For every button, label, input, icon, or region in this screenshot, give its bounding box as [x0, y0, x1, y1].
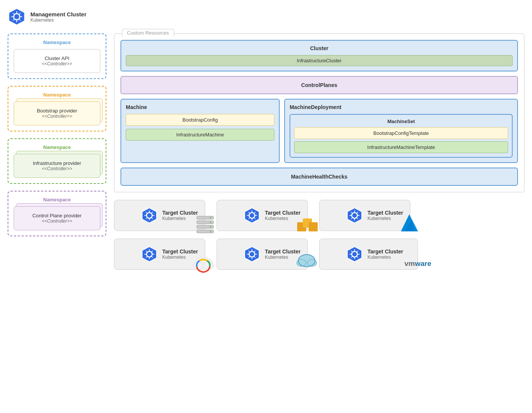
k8s-logo-aws: [244, 207, 260, 224]
cluster-box: Cluster InfrastructureCluster: [120, 40, 518, 71]
target-cluster-ibm: Target Cluster Kubernetes: [217, 239, 308, 270]
svg-point-31: [210, 231, 211, 232]
bootstrap-config-bar: BootstrapConfig: [126, 114, 274, 126]
gcp-provider-icon: [190, 252, 217, 277]
controlplanes-box: ControlPlanes: [120, 76, 518, 94]
infra-cluster-bar: InfrastructureCluster: [126, 55, 513, 66]
infra-machine-bar: InfrastructureMachine: [126, 129, 274, 141]
tc-subtitle-vsphere: Kubernetes: [162, 216, 198, 221]
k8s-logo-gcp: [141, 246, 158, 263]
k8s-logo-azure: [346, 207, 363, 224]
tc-content-vmware: Target Cluster Kubernetes: [346, 246, 403, 263]
controlplanes-title: ControlPlanes: [127, 82, 512, 88]
target-cluster-aws: Target Cluster Kubernetes: [217, 200, 308, 231]
controller-card-infra: Infrastructure provider <<Controller>>: [14, 154, 100, 178]
svg-point-28: [210, 217, 211, 218]
header: Management Cluster Kubernetes: [8, 8, 524, 26]
custom-resources-tab[interactable]: Custom Resources: [122, 29, 174, 36]
controller-card-bootstrap: Bootstrap provider <<Controller>>: [14, 101, 100, 125]
namespace-cluster-api: Namespace Cluster API <<Controller>>: [8, 33, 106, 79]
tc-subtitle-vmware: Kubernetes: [367, 255, 403, 260]
controller-stereotype-infra: <<Controller>>: [19, 166, 95, 171]
tc-content-vsphere: Target Cluster Kubernetes: [141, 207, 198, 224]
bootstrap-config-template-bar: BootstrapConfigTemplate: [294, 127, 508, 139]
stacked-bootstrap: Bootstrap provider <<Controller>>: [14, 101, 100, 125]
svg-point-3: [14, 14, 19, 19]
main-layout: Namespace Cluster API <<Controller>> Nam…: [8, 33, 524, 270]
svg-point-74: [193, 262, 204, 269]
machinedeployment-title: MachineDeployment: [290, 104, 513, 110]
controller-name-control-plane: Control Plane provider: [19, 213, 95, 218]
controller-name-cluster-api: Cluster API: [19, 55, 95, 61]
svg-point-95: [352, 252, 357, 256]
machinehealthchecks-title: MachineHealthChecks: [127, 174, 512, 180]
svg-rect-46: [309, 222, 318, 231]
namespace-control-plane: Namespace Control Plane provider <<Contr…: [8, 191, 106, 236]
machinehealthchecks-box: MachineHealthChecks: [120, 168, 518, 186]
tc-content-gcp: Target Cluster Kubernetes: [141, 246, 198, 263]
tc-title-vmware: Target Cluster: [367, 248, 403, 255]
svg-point-75: [203, 262, 214, 269]
controller-card-control-plane: Control Plane provider <<Controller>>: [14, 206, 100, 230]
custom-resources-container: Custom Resources Cluster InfrastructureC…: [114, 33, 524, 192]
header-text: Management Cluster Kubernetes: [30, 11, 87, 23]
target-clusters-row-2: Target Cluster Kubernetes: [114, 239, 524, 270]
namespace-label-bootstrap: Namespace: [14, 92, 100, 98]
controller-card-cluster-api: Cluster API <<Controller>>: [14, 49, 100, 73]
azure-provider-icon: [397, 210, 422, 237]
namespace-label-cluster-api: Namespace: [14, 40, 100, 45]
namespace-infra: Namespace Infrastructure provider <<Cont…: [8, 138, 106, 184]
k8s-logo-vmware: [346, 246, 363, 263]
machinedeployment-box: MachineDeployment MachineSet BootstrapCo…: [284, 99, 518, 163]
tc-text-vmware: Target Cluster Kubernetes: [367, 248, 403, 260]
tc-content-azure: Target Cluster Kubernetes: [346, 207, 403, 224]
target-cluster-azure: Target Cluster Kubernetes: [319, 200, 410, 231]
page: Management Cluster Kubernetes Namespace …: [0, 0, 532, 413]
namespace-label-infra: Namespace: [14, 144, 100, 150]
target-cluster-gcp: Target Cluster Kubernetes: [114, 239, 205, 270]
management-cluster-subtitle: Kubernetes: [30, 17, 87, 23]
vmware-vm: vm: [404, 260, 415, 267]
stacked-control-plane: Control Plane provider <<Controller>>: [14, 206, 100, 230]
tc-content-ibm: Target Cluster Kubernetes: [244, 246, 301, 263]
target-clusters-section: Target Cluster Kubernetes: [114, 200, 524, 270]
k8s-logo-header: [8, 8, 26, 26]
svg-point-35: [250, 213, 254, 218]
target-cluster-vmware: Target Cluster Kubernetes vmware: [319, 239, 418, 270]
controller-name-bootstrap: Bootstrap provider: [19, 108, 95, 114]
controller-stereotype-cluster-api: <<Controller>>: [19, 61, 95, 66]
svg-point-30: [210, 226, 211, 228]
machine-title: Machine: [126, 104, 274, 110]
tc-card-aws: Target Cluster Kubernetes: [217, 200, 308, 231]
vmware-provider-icon: vmware: [404, 260, 431, 268]
right-panel: Custom Resources Cluster InfrastructureC…: [114, 33, 524, 270]
stacked-infra: Infrastructure provider <<Controller>>: [14, 154, 100, 178]
controller-stereotype-bootstrap: <<Controller>>: [19, 114, 95, 119]
svg-point-29: [210, 222, 211, 223]
svg-point-64: [147, 252, 152, 256]
svg-point-79: [250, 252, 254, 256]
vsphere-provider-icon: [194, 212, 217, 237]
svg-point-50: [352, 213, 357, 218]
target-clusters-row-1: Target Cluster Kubernetes: [114, 200, 524, 231]
namespace-label-control-plane: Namespace: [14, 197, 100, 203]
machine-box: Machine BootstrapConfig InfrastructureMa…: [120, 99, 280, 163]
aws-provider-icon: [295, 212, 320, 238]
controller-name-infra: Infrastructure provider: [19, 160, 95, 166]
tc-card-ibm: Target Cluster Kubernetes: [217, 239, 308, 270]
management-cluster-title: Management Cluster: [30, 11, 87, 17]
infra-machine-template-bar: InfrastructureMachineTemplate: [294, 141, 508, 153]
tc-card-vsphere: Target Cluster Kubernetes: [114, 200, 205, 231]
machine-row: Machine BootstrapConfig InfrastructureMa…: [120, 99, 518, 163]
tc-content-aws: Target Cluster Kubernetes: [244, 207, 301, 224]
left-panel: Namespace Cluster API <<Controller>> Nam…: [8, 33, 106, 270]
namespace-bootstrap: Namespace Bootstrap provider <<Controlle…: [8, 86, 106, 131]
machineset-box: MachineSet BootstrapConfigTemplate Infra…: [290, 114, 513, 158]
vmware-ware: ware: [415, 260, 431, 267]
ibm-provider-icon: [294, 249, 319, 275]
controller-stereotype-control-plane: <<Controller>>: [19, 218, 95, 224]
k8s-logo-vsphere: [141, 207, 158, 224]
cluster-title: Cluster: [126, 45, 513, 51]
tc-title-vsphere: Target Cluster: [162, 210, 198, 216]
machineset-title: MachineSet: [294, 119, 508, 124]
